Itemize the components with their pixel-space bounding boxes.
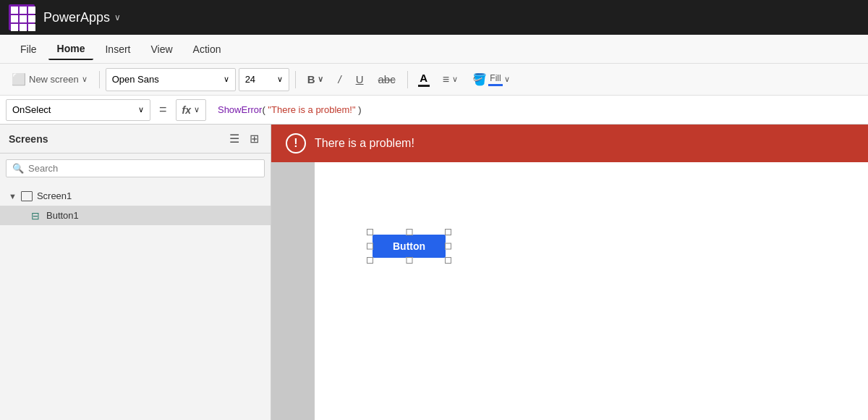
align-icon: ≡ xyxy=(443,73,449,86)
tree-item-screen1[interactable]: ▼ Screen1 xyxy=(0,186,271,206)
menu-file[interactable]: File xyxy=(12,39,46,59)
paint-bucket-icon: 🪣 xyxy=(472,72,487,86)
list-view-icon[interactable]: ☰ xyxy=(226,130,242,147)
fx-chevron: ∨ xyxy=(194,105,200,114)
menu-view[interactable]: View xyxy=(142,39,181,59)
error-banner: ! There is a problem! xyxy=(271,125,868,162)
property-dropdown[interactable]: OnSelect ∨ xyxy=(6,99,150,121)
canvas-white: Button xyxy=(315,162,868,420)
app-title: PowerApps ∨ xyxy=(43,10,121,25)
italic-button[interactable]: / xyxy=(332,68,346,91)
top-bar: PowerApps ∨ xyxy=(0,0,868,35)
font-name-label: Open Sans xyxy=(112,74,159,85)
italic-label: / xyxy=(338,73,341,85)
tree-item-button1[interactable]: ⊟ Button1 xyxy=(0,206,271,225)
fx-button[interactable]: fx ∨ xyxy=(176,99,206,121)
underline-button[interactable]: U xyxy=(350,68,370,91)
bold-button[interactable]: B ∨ xyxy=(302,68,330,91)
size-chevron: ∨ xyxy=(277,75,283,84)
canvas-button-label: Button xyxy=(393,240,425,252)
app-chevron[interactable]: ∨ xyxy=(114,12,121,22)
tree-section: ▼ Screen1 ⊟ Button1 xyxy=(0,183,271,228)
divider-3 xyxy=(407,71,408,88)
fill-chevron: ∨ xyxy=(504,75,510,84)
new-screen-button[interactable]: ⬜ New screen ∨ xyxy=(6,68,93,91)
app-name-label: PowerApps xyxy=(43,10,110,25)
bold-label: B xyxy=(307,73,315,85)
search-input[interactable] xyxy=(28,163,258,174)
handle-tr[interactable] xyxy=(445,229,451,235)
error-message: There is a problem! xyxy=(315,137,414,150)
toolbar: ⬜ New screen ∨ Open Sans ∨ 24 ∨ B ∨ / U … xyxy=(0,64,868,96)
divider-1 xyxy=(99,71,100,88)
canvas-button[interactable]: Button xyxy=(373,235,446,258)
grid-view-icon[interactable]: ⊞ xyxy=(247,130,262,147)
align-button[interactable]: ≡ ∨ xyxy=(437,68,464,91)
handle-br[interactable] xyxy=(445,257,451,264)
sidebar-icons: ☰ ⊞ xyxy=(226,130,262,147)
error-icon: ! xyxy=(286,133,306,154)
menu-action[interactable]: Action xyxy=(184,39,230,59)
sidebar: Screens ☰ ⊞ 🔍 ▼ Screen1 ⊟ Button1 xyxy=(0,125,271,420)
formula-close-paren: ) xyxy=(358,104,361,115)
underline-label: U xyxy=(356,73,364,85)
screen-icon xyxy=(21,191,33,201)
font-color-bar xyxy=(418,85,430,87)
new-screen-chevron: ∨ xyxy=(82,75,88,84)
new-screen-label: New screen xyxy=(29,74,79,85)
screen1-label: Screen1 xyxy=(37,190,72,201)
divider-2 xyxy=(295,71,296,88)
fx-label: fx xyxy=(182,104,191,116)
font-color-icon: A xyxy=(420,72,427,84)
search-icon: 🔍 xyxy=(12,163,24,174)
formula-bar: OnSelect ∨ = fx ∨ ShowError( "There is a… xyxy=(0,96,868,125)
align-chevron: ∨ xyxy=(452,75,458,84)
handle-bl[interactable] xyxy=(367,257,373,264)
tree-arrow-screen1: ▼ xyxy=(9,192,17,201)
canvas-area[interactable]: ! There is a problem! Button xyxy=(271,125,868,420)
fill-label: Fill xyxy=(490,73,501,83)
formula-content: ShowError( "There is a problem!" ) xyxy=(212,101,862,118)
formula-keyword: ShowError xyxy=(218,104,262,115)
handle-mr[interactable] xyxy=(445,243,451,250)
main-layout: Screens ☰ ⊞ 🔍 ▼ Screen1 ⊟ Button1 xyxy=(0,125,868,420)
fill-button[interactable]: 🪣 Fill ∨ xyxy=(467,68,516,91)
font-chevron: ∨ xyxy=(224,75,229,84)
menu-home[interactable]: Home xyxy=(48,38,94,60)
sidebar-header: Screens ☰ ⊞ xyxy=(0,125,271,154)
waffle-icon[interactable] xyxy=(9,4,35,30)
fill-color-bar xyxy=(488,84,503,86)
menu-bar: File Home Insert View Action xyxy=(0,35,868,64)
handle-bm[interactable] xyxy=(406,257,412,264)
btn-container: Button xyxy=(373,235,446,258)
new-screen-icon: ⬜ xyxy=(12,72,26,86)
sidebar-title: Screens xyxy=(9,133,48,145)
font-color-button[interactable]: A xyxy=(414,69,434,90)
menu-insert[interactable]: Insert xyxy=(96,39,139,59)
search-box: 🔍 xyxy=(6,159,265,177)
bold-chevron: ∨ xyxy=(318,75,323,84)
strikethrough-label: abc xyxy=(378,73,396,85)
formula-string: "There is a problem!" xyxy=(268,104,355,115)
font-size-label: 24 xyxy=(245,74,255,85)
button1-label: Button1 xyxy=(46,210,79,221)
strikethrough-button[interactable]: abc xyxy=(373,68,401,91)
font-dropdown[interactable]: Open Sans ∨ xyxy=(106,68,236,91)
size-dropdown[interactable]: 24 ∨ xyxy=(239,68,289,91)
property-label: OnSelect xyxy=(12,104,51,115)
button1-icon: ⊟ xyxy=(29,211,42,221)
equals-sign: = xyxy=(156,102,170,117)
canvas-button-wrapper: Button xyxy=(373,235,446,258)
property-chevron: ∨ xyxy=(138,105,144,114)
